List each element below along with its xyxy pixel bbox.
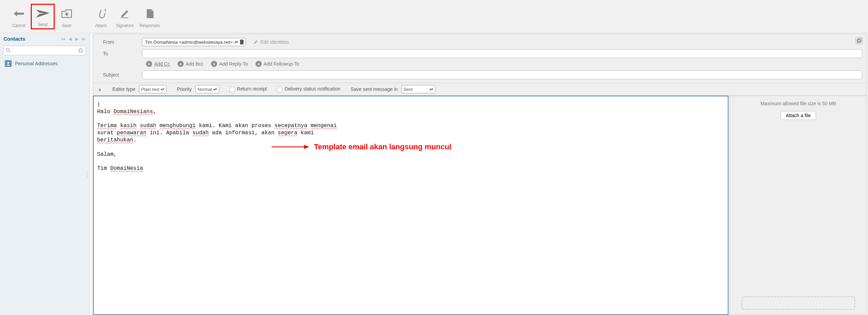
addressbook-icon: [5, 60, 12, 67]
to-label: To: [97, 51, 139, 56]
paperclip-icon: +: [96, 5, 106, 22]
contacts-sidebar: Contacts ⏮ ◀ ▶ ⏭ Personal Addresses: [0, 33, 90, 315]
dropzone-icon[interactable]: [741, 296, 855, 310]
signature-label: Signature: [116, 23, 133, 28]
cancel-button[interactable]: Cancel: [7, 4, 31, 29]
svg-marker-9: [304, 145, 309, 149]
svg-rect-6: [857, 40, 860, 43]
paper-plane-icon: [35, 6, 50, 21]
popout-icon[interactable]: [855, 37, 863, 44]
checkbox-icon: [229, 87, 235, 92]
checkbox-icon: [277, 87, 282, 92]
priority-label: Priority: [177, 86, 192, 92]
subject-input[interactable]: [142, 70, 862, 79]
first-page-icon[interactable]: ⏮: [61, 37, 65, 41]
last-page-icon[interactable]: ⏭: [82, 37, 86, 41]
attachments-pane: Maximum allowed file size is 50 MB Attac…: [730, 96, 867, 315]
pencil-small-icon: [253, 40, 258, 44]
back-arrow-icon: [13, 5, 25, 22]
save-sent-label: Save sent message in: [351, 86, 398, 92]
from-label: From: [97, 39, 139, 45]
svg-rect-1: [121, 17, 128, 18]
svg-point-2: [6, 49, 10, 52]
search-icon: [6, 48, 11, 54]
to-input[interactable]: [142, 49, 862, 58]
edit-identities-link[interactable]: Edit identities: [253, 39, 289, 45]
return-receipt-checkbox[interactable]: Return receipt: [229, 86, 267, 92]
plus-icon: +: [177, 61, 184, 67]
save-sent-select[interactable]: Sent ▴▾: [401, 85, 435, 93]
send-label: Send: [38, 22, 48, 27]
next-page-icon[interactable]: ▶: [75, 37, 78, 41]
svg-line-3: [9, 51, 10, 52]
annotation: Template email akan langsung muncul: [272, 142, 451, 152]
subject-label: Subject: [97, 72, 139, 78]
editor-type-select[interactable]: Plain text ▴▾: [139, 85, 167, 93]
save-label: Save: [62, 23, 71, 28]
contacts-search-input[interactable]: [3, 46, 86, 55]
address-book-item[interactable]: Personal Addresses: [0, 57, 89, 70]
editor-type-label: Editor type: [113, 86, 135, 92]
updown-icon: ▴▾: [430, 88, 433, 91]
collapse-header-icon[interactable]: ▲: [97, 86, 102, 92]
svg-point-5: [8, 62, 9, 64]
save-folder-icon: [61, 5, 72, 22]
options-bar: ▲ Editor type Plain text ▴▾ Priority Nor…: [93, 83, 867, 96]
plus-icon: +: [146, 61, 152, 67]
from-select[interactable]: Tim DomaiNesia <admin@websitesaya.net> ▴…: [142, 38, 246, 46]
updown-icon: ▴▾: [213, 88, 217, 91]
add-bcc-link[interactable]: +Add Bcc: [177, 61, 203, 67]
message-body-editor[interactable]: | Halo DomaiNesians, Terima kasih sudah …: [93, 96, 728, 315]
arrow-icon: [272, 143, 309, 150]
add-cc-link[interactable]: +Add Cc: [146, 61, 170, 67]
clear-search-icon[interactable]: [78, 48, 83, 54]
cancel-label: Cancel: [12, 23, 25, 28]
annotation-text: Template email akan langsung muncul: [314, 142, 451, 152]
updown-icon: ▴▾: [161, 88, 164, 91]
attach-label: Attach: [95, 23, 107, 28]
prev-page-icon[interactable]: ◀: [69, 37, 72, 41]
nav-arrows: ⏮ ◀ ▶ ⏭: [61, 37, 86, 41]
document-icon: [145, 5, 154, 22]
main-toolbar: Cancel Send Save + Attach Signature Resp…: [0, 0, 868, 33]
attach-file-button[interactable]: Attach a file: [780, 111, 816, 120]
from-value: Tim DomaiNesia <admin@websitesaya.net>: [145, 40, 233, 45]
responses-label: Responses: [140, 23, 160, 28]
compose-header: From Tim DomaiNesia <admin@websitesaya.n…: [93, 34, 867, 83]
dsn-checkbox[interactable]: Delivery status notification: [277, 86, 340, 92]
compose-panel: From Tim DomaiNesia <admin@websitesaya.n…: [92, 33, 868, 315]
send-button[interactable]: Send: [31, 4, 55, 29]
svg-text:+: +: [104, 9, 106, 13]
save-button[interactable]: Save: [55, 4, 79, 29]
sidebar-title: Contacts: [3, 36, 25, 42]
pencil-icon: [120, 5, 130, 22]
add-followupto-link[interactable]: +Add Followup-To: [255, 61, 299, 67]
priority-select[interactable]: Normal ▴▾: [195, 85, 219, 93]
signature-button[interactable]: Signature: [113, 4, 137, 29]
max-filesize-text: Maximum allowed file size is 50 MB: [761, 101, 836, 106]
splitter-handle[interactable]: ⋮⋮: [90, 33, 92, 315]
address-book-label: Personal Addresses: [15, 61, 58, 66]
svg-rect-7: [858, 39, 861, 42]
plus-icon: +: [255, 61, 262, 67]
plus-icon: +: [211, 61, 217, 67]
edit-identities-label: Edit identities: [260, 39, 289, 45]
responses-button[interactable]: Responses: [137, 4, 163, 29]
updown-icon: ▴▾: [235, 41, 238, 43]
add-replyto-link[interactable]: +Add Reply-To: [211, 61, 248, 67]
attach-button[interactable]: + Attach: [89, 4, 113, 29]
